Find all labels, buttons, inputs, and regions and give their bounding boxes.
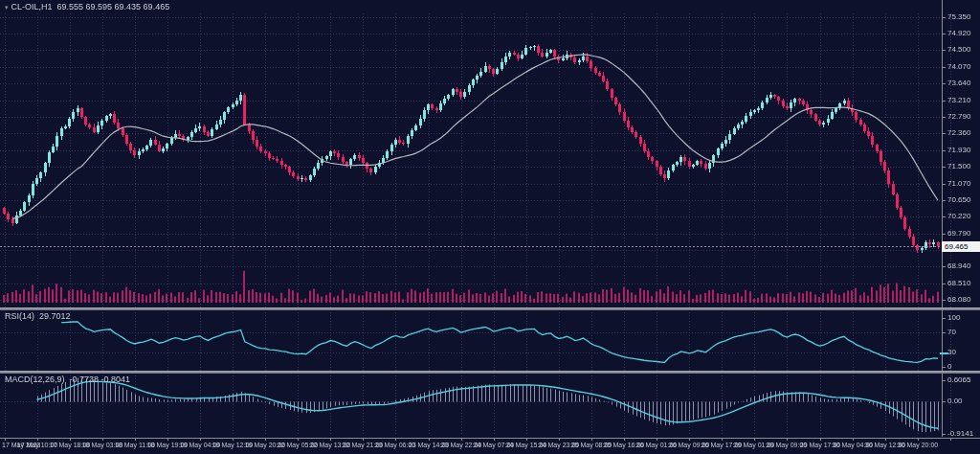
macd-title: MACD(12,26,9) — [5, 375, 65, 384]
rsi-axis-label: 30 — [947, 348, 956, 356]
price-axis-label: 69.790 — [947, 229, 970, 238]
rsi-title: RSI(14) — [5, 311, 34, 321]
rsi-value: 29.7012 — [39, 311, 71, 321]
price-axis-label: 68.510 — [947, 279, 970, 287]
price-axis-label: 71.070 — [947, 179, 970, 188]
macd-axis-label: 0.00 — [947, 397, 963, 405]
price-axis-label: 71.930 — [947, 146, 970, 154]
price-chart-canvas[interactable] — [0, 0, 980, 454]
price-axis-label: 74.070 — [947, 62, 970, 71]
chart-title: ▾CL-OIL,H169.555 69.595 69.435 69.465 — [5, 2, 169, 11]
panel-splitter-macd[interactable] — [0, 371, 980, 374]
price-axis-label: 72.790 — [947, 112, 970, 121]
rsi-axis-label: 0 — [947, 362, 951, 371]
price-axis-label: 73.210 — [947, 96, 970, 104]
rsi-axis-label: 70 — [947, 328, 956, 336]
price-axis-label: 72.360 — [947, 128, 970, 137]
time-axis[interactable]: 17 May 202317 May 10:0017 May 18:0018 Ma… — [0, 438, 980, 454]
macd-axis-label: 0.6065 — [947, 375, 970, 384]
rsi-current-value-marker — [940, 352, 948, 354]
price-axis-label: 70.220 — [947, 212, 970, 220]
ohlc-values: 69.555 69.595 69.435 69.465 — [57, 2, 170, 11]
price-axis-label: 70.650 — [947, 195, 970, 204]
macd-values: -0.7738 -0.8041 — [70, 375, 131, 384]
rsi-panel-label: RSI(14)29.7012 — [5, 311, 71, 321]
macd-axis-label: -0.9141 — [947, 429, 973, 438]
price-axis-label: 68.940 — [947, 261, 970, 270]
current-price-badge: 69.465 — [942, 241, 980, 252]
price-axis-label: 75.350 — [947, 12, 970, 21]
panel-splitter-rsi[interactable] — [0, 307, 980, 310]
macd-panel-label: MACD(12,26,9)-0.7738 -0.8041 — [5, 375, 130, 384]
price-axis-label: 71.500 — [947, 162, 970, 170]
price-axis-label: 74.500 — [947, 45, 970, 54]
trading-chart-window: ▾CL-OIL,H169.555 69.595 69.435 69.465 RS… — [0, 0, 980, 454]
symbol-marker-icon: ▾ — [5, 4, 9, 11]
price-axis-label: 74.920 — [947, 29, 970, 37]
rsi-axis-label: 100 — [947, 313, 960, 322]
time-axis-label: 30 May 20:00 — [898, 442, 938, 448]
price-axis-label: 68.080 — [947, 295, 970, 304]
price-axis-label: 73.640 — [947, 79, 970, 87]
symbol-label: CL-OIL,H1 — [11, 2, 53, 11]
